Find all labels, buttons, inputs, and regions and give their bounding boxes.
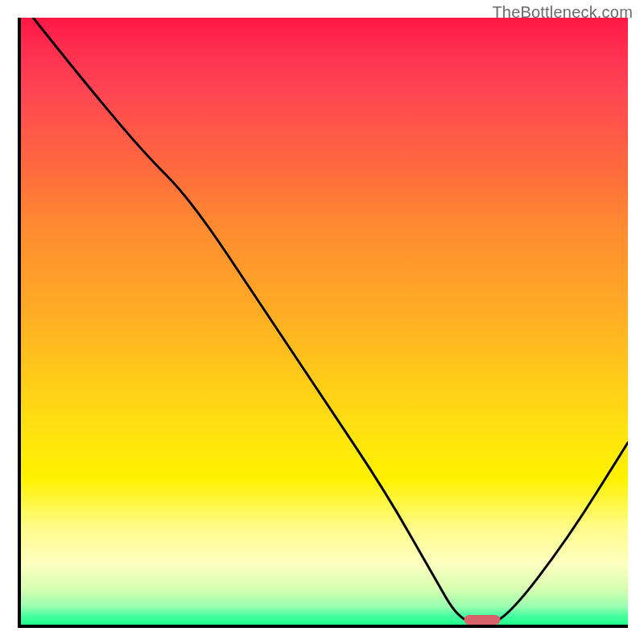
bottleneck-curve [33, 18, 628, 623]
plot-area [18, 18, 628, 628]
chart-svg [21, 18, 628, 625]
optimal-marker [464, 615, 500, 625]
chart-container: TheBottleneck.com [0, 0, 644, 644]
